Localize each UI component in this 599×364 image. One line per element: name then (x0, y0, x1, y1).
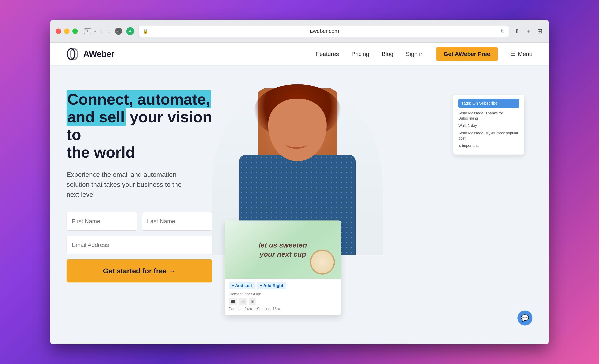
extension-icon[interactable]: ● (126, 27, 134, 35)
refresh-icon[interactable]: ↻ (501, 28, 505, 34)
hero-right: Tags: On Subscribe Send Message: Thanks … (212, 82, 532, 332)
hero-subtitle: Experience the email and automation solu… (67, 169, 195, 199)
email-mockup: let us sweeten your next cup (225, 221, 341, 279)
panel-buttons: + Add Left + Add Right (229, 282, 337, 289)
hamburger-icon: ☰ (510, 51, 515, 57)
website-content: AWeber Features Pricing Blog Sign in Get… (50, 43, 549, 344)
tab-switcher-icon[interactable] (84, 28, 91, 34)
menu-label: Menu (518, 51, 532, 57)
traffic-lights (56, 28, 78, 34)
last-name-input[interactable] (142, 212, 212, 231)
navigation: AWeber Features Pricing Blog Sign in Get… (50, 43, 549, 65)
email-card: let us sweeten your next cup + Add Left … (225, 221, 341, 315)
menu-button[interactable]: ☰ Menu (510, 51, 532, 57)
email-card-footer: + Add Left + Add Right Element Inner Ali… (225, 279, 341, 315)
email-input[interactable] (67, 236, 212, 254)
add-right-btn[interactable]: + Add Right (257, 282, 286, 289)
chat-icon: 💬 (521, 314, 529, 322)
browser-controls: ▾ ‹ › (84, 27, 111, 35)
get-started-button[interactable]: Get started for free → (67, 259, 212, 283)
card-header: Tags: On Subscribe (458, 99, 519, 108)
name-fields-row (67, 212, 212, 231)
logo[interactable]: AWeber (67, 48, 115, 60)
lock-icon: 🔒 (143, 28, 148, 34)
email-title-line1: let us sweeten (259, 240, 307, 250)
get-aweber-free-button[interactable]: Get AWeber Free (436, 47, 498, 61)
new-tab-button[interactable]: ＋ (524, 26, 532, 36)
hero-title-highlight: Connect, automate, (67, 90, 211, 108)
logo-icon (67, 48, 81, 60)
browser-window: ▾ ‹ › 🛡 ● 🔒 aweber.com ↻ ⬆ ＋ ⊞ (50, 20, 549, 344)
maximize-button[interactable] (72, 28, 78, 34)
shield-icon: 🛡 (115, 28, 122, 35)
minimize-button[interactable] (64, 28, 70, 34)
browser-actions: ⬆ ＋ ⊞ (513, 26, 543, 36)
card-row-2: Wait: 1 day (458, 123, 519, 128)
card-row-1: Send Message: Thanks for Subscribing (458, 111, 519, 121)
hero-left: Connect, automate, and sell your vision … (67, 82, 212, 332)
card-row-4: is important. (458, 143, 519, 148)
automation-card: Tags: On Subscribe Send Message: Thanks … (453, 95, 524, 155)
share-button[interactable]: ⬆ (513, 27, 520, 36)
tab-grid-button[interactable]: ⊞ (536, 27, 543, 36)
chat-bubble-button[interactable]: 💬 (518, 311, 532, 326)
add-left-btn[interactable]: + Add Left (229, 282, 255, 289)
address-bar[interactable]: 🔒 aweber.com ↻ (138, 26, 509, 37)
hero-title-line3: the world (67, 144, 135, 161)
nav-signin[interactable]: Sign in (406, 51, 424, 57)
nav-blog[interactable]: Blog (382, 51, 393, 57)
nav-pricing[interactable]: Pricing (352, 51, 369, 57)
person-smile (286, 140, 307, 149)
panel-rows: Element Inner Align ⬛ ⬜ ▣ Padding: 24px … (229, 291, 337, 312)
url-text: aweber.com (150, 28, 499, 34)
hero-title: Connect, automate, and sell your vision … (67, 90, 212, 161)
nav-links: Features Pricing Blog Sign in Get AWeber… (316, 47, 532, 61)
email-title-line2: your next cup (259, 250, 307, 259)
forward-button[interactable]: › (106, 27, 111, 35)
email-content: let us sweeten your next cup (253, 234, 313, 265)
close-button[interactable] (56, 28, 61, 34)
hero-section: Connect, automate, and sell your vision … (50, 65, 549, 344)
food-decoration (310, 250, 335, 275)
logo-text: AWeber (83, 49, 115, 59)
nav-features[interactable]: Features (316, 51, 339, 57)
card-row-3: Send Message: My #1 most popular post (458, 131, 519, 141)
hero-title-highlight-2: and sell (67, 108, 126, 126)
back-button[interactable]: ‹ (99, 27, 103, 35)
first-name-input[interactable] (67, 212, 137, 231)
browser-chrome: ▾ ‹ › 🛡 ● 🔒 aweber.com ↻ ⬆ ＋ ⊞ (50, 20, 549, 43)
